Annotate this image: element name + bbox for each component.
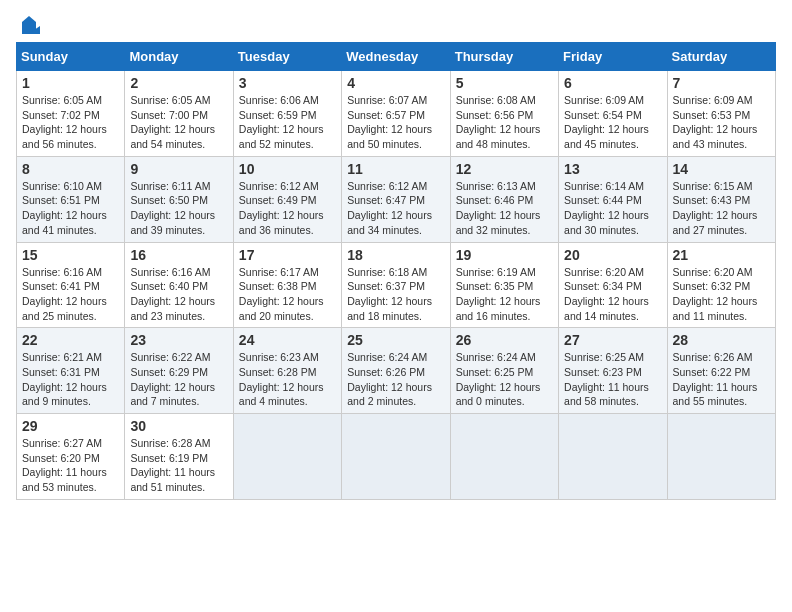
- calendar-cell: 15 Sunrise: 6:16 AMSunset: 6:41 PMDaylig…: [17, 242, 125, 328]
- day-number: 17: [239, 247, 336, 263]
- calendar-cell: 23 Sunrise: 6:22 AMSunset: 6:29 PMDaylig…: [125, 328, 233, 414]
- day-detail: Sunrise: 6:18 AMSunset: 6:37 PMDaylight:…: [347, 266, 432, 322]
- day-detail: Sunrise: 6:23 AMSunset: 6:28 PMDaylight:…: [239, 351, 324, 407]
- day-number: 18: [347, 247, 444, 263]
- calendar-header-monday: Monday: [125, 43, 233, 71]
- day-number: 24: [239, 332, 336, 348]
- day-number: 26: [456, 332, 553, 348]
- day-detail: Sunrise: 6:19 AMSunset: 6:35 PMDaylight:…: [456, 266, 541, 322]
- day-detail: Sunrise: 6:17 AMSunset: 6:38 PMDaylight:…: [239, 266, 324, 322]
- day-detail: Sunrise: 6:20 AMSunset: 6:34 PMDaylight:…: [564, 266, 649, 322]
- calendar-cell: 13 Sunrise: 6:14 AMSunset: 6:44 PMDaylig…: [559, 156, 667, 242]
- day-number: 27: [564, 332, 661, 348]
- day-number: 29: [22, 418, 119, 434]
- calendar-cell: 10 Sunrise: 6:12 AMSunset: 6:49 PMDaylig…: [233, 156, 341, 242]
- calendar-cell: 26 Sunrise: 6:24 AMSunset: 6:25 PMDaylig…: [450, 328, 558, 414]
- calendar-cell: 29 Sunrise: 6:27 AMSunset: 6:20 PMDaylig…: [17, 414, 125, 500]
- calendar-week-3: 15 Sunrise: 6:16 AMSunset: 6:41 PMDaylig…: [17, 242, 776, 328]
- day-number: 28: [673, 332, 770, 348]
- day-detail: Sunrise: 6:13 AMSunset: 6:46 PMDaylight:…: [456, 180, 541, 236]
- day-detail: Sunrise: 6:26 AMSunset: 6:22 PMDaylight:…: [673, 351, 758, 407]
- calendar-table: SundayMondayTuesdayWednesdayThursdayFrid…: [16, 42, 776, 500]
- calendar-cell: 25 Sunrise: 6:24 AMSunset: 6:26 PMDaylig…: [342, 328, 450, 414]
- calendar-cell: [450, 414, 558, 500]
- calendar-cell: 5 Sunrise: 6:08 AMSunset: 6:56 PMDayligh…: [450, 71, 558, 157]
- calendar-header-saturday: Saturday: [667, 43, 775, 71]
- calendar-cell: 30 Sunrise: 6:28 AMSunset: 6:19 PMDaylig…: [125, 414, 233, 500]
- day-detail: Sunrise: 6:14 AMSunset: 6:44 PMDaylight:…: [564, 180, 649, 236]
- day-number: 22: [22, 332, 119, 348]
- calendar-cell: 22 Sunrise: 6:21 AMSunset: 6:31 PMDaylig…: [17, 328, 125, 414]
- calendar-cell: [233, 414, 341, 500]
- calendar-cell: 18 Sunrise: 6:18 AMSunset: 6:37 PMDaylig…: [342, 242, 450, 328]
- calendar-header-thursday: Thursday: [450, 43, 558, 71]
- calendar-cell: 12 Sunrise: 6:13 AMSunset: 6:46 PMDaylig…: [450, 156, 558, 242]
- day-number: 11: [347, 161, 444, 177]
- day-number: 9: [130, 161, 227, 177]
- day-detail: Sunrise: 6:20 AMSunset: 6:32 PMDaylight:…: [673, 266, 758, 322]
- calendar-week-4: 22 Sunrise: 6:21 AMSunset: 6:31 PMDaylig…: [17, 328, 776, 414]
- day-number: 25: [347, 332, 444, 348]
- calendar-cell: 6 Sunrise: 6:09 AMSunset: 6:54 PMDayligh…: [559, 71, 667, 157]
- day-detail: Sunrise: 6:06 AMSunset: 6:59 PMDaylight:…: [239, 94, 324, 150]
- day-detail: Sunrise: 6:21 AMSunset: 6:31 PMDaylight:…: [22, 351, 107, 407]
- calendar-week-5: 29 Sunrise: 6:27 AMSunset: 6:20 PMDaylig…: [17, 414, 776, 500]
- calendar-header-row: SundayMondayTuesdayWednesdayThursdayFrid…: [17, 43, 776, 71]
- day-detail: Sunrise: 6:11 AMSunset: 6:50 PMDaylight:…: [130, 180, 215, 236]
- day-detail: Sunrise: 6:12 AMSunset: 6:49 PMDaylight:…: [239, 180, 324, 236]
- calendar-cell: 4 Sunrise: 6:07 AMSunset: 6:57 PMDayligh…: [342, 71, 450, 157]
- day-detail: Sunrise: 6:05 AMSunset: 7:00 PMDaylight:…: [130, 94, 215, 150]
- calendar-header-sunday: Sunday: [17, 43, 125, 71]
- day-detail: Sunrise: 6:08 AMSunset: 6:56 PMDaylight:…: [456, 94, 541, 150]
- day-detail: Sunrise: 6:28 AMSunset: 6:19 PMDaylight:…: [130, 437, 215, 493]
- calendar-cell: 20 Sunrise: 6:20 AMSunset: 6:34 PMDaylig…: [559, 242, 667, 328]
- day-number: 8: [22, 161, 119, 177]
- day-number: 13: [564, 161, 661, 177]
- day-number: 6: [564, 75, 661, 91]
- day-detail: Sunrise: 6:15 AMSunset: 6:43 PMDaylight:…: [673, 180, 758, 236]
- calendar-cell: 8 Sunrise: 6:10 AMSunset: 6:51 PMDayligh…: [17, 156, 125, 242]
- day-number: 30: [130, 418, 227, 434]
- day-number: 5: [456, 75, 553, 91]
- day-detail: Sunrise: 6:12 AMSunset: 6:47 PMDaylight:…: [347, 180, 432, 236]
- calendar-cell: 19 Sunrise: 6:19 AMSunset: 6:35 PMDaylig…: [450, 242, 558, 328]
- calendar-cell: 7 Sunrise: 6:09 AMSunset: 6:53 PMDayligh…: [667, 71, 775, 157]
- day-number: 20: [564, 247, 661, 263]
- calendar-cell: 14 Sunrise: 6:15 AMSunset: 6:43 PMDaylig…: [667, 156, 775, 242]
- calendar-cell: 28 Sunrise: 6:26 AMSunset: 6:22 PMDaylig…: [667, 328, 775, 414]
- calendar-cell: 17 Sunrise: 6:17 AMSunset: 6:38 PMDaylig…: [233, 242, 341, 328]
- calendar-cell: 16 Sunrise: 6:16 AMSunset: 6:40 PMDaylig…: [125, 242, 233, 328]
- day-detail: Sunrise: 6:24 AMSunset: 6:26 PMDaylight:…: [347, 351, 432, 407]
- day-detail: Sunrise: 6:09 AMSunset: 6:54 PMDaylight:…: [564, 94, 649, 150]
- page-header: [16, 16, 776, 34]
- calendar-week-1: 1 Sunrise: 6:05 AMSunset: 7:02 PMDayligh…: [17, 71, 776, 157]
- day-detail: Sunrise: 6:09 AMSunset: 6:53 PMDaylight:…: [673, 94, 758, 150]
- day-detail: Sunrise: 6:24 AMSunset: 6:25 PMDaylight:…: [456, 351, 541, 407]
- day-detail: Sunrise: 6:22 AMSunset: 6:29 PMDaylight:…: [130, 351, 215, 407]
- day-detail: Sunrise: 6:10 AMSunset: 6:51 PMDaylight:…: [22, 180, 107, 236]
- day-number: 1: [22, 75, 119, 91]
- calendar-cell: 27 Sunrise: 6:25 AMSunset: 6:23 PMDaylig…: [559, 328, 667, 414]
- calendar-header-tuesday: Tuesday: [233, 43, 341, 71]
- day-number: 19: [456, 247, 553, 263]
- day-detail: Sunrise: 6:16 AMSunset: 6:40 PMDaylight:…: [130, 266, 215, 322]
- day-detail: Sunrise: 6:05 AMSunset: 7:02 PMDaylight:…: [22, 94, 107, 150]
- day-number: 15: [22, 247, 119, 263]
- day-number: 14: [673, 161, 770, 177]
- calendar-week-2: 8 Sunrise: 6:10 AMSunset: 6:51 PMDayligh…: [17, 156, 776, 242]
- calendar-header-friday: Friday: [559, 43, 667, 71]
- logo: [16, 16, 40, 34]
- calendar-cell: 3 Sunrise: 6:06 AMSunset: 6:59 PMDayligh…: [233, 71, 341, 157]
- calendar-cell: 21 Sunrise: 6:20 AMSunset: 6:32 PMDaylig…: [667, 242, 775, 328]
- day-number: 16: [130, 247, 227, 263]
- calendar-cell: [559, 414, 667, 500]
- day-detail: Sunrise: 6:25 AMSunset: 6:23 PMDaylight:…: [564, 351, 649, 407]
- day-number: 3: [239, 75, 336, 91]
- calendar-cell: 9 Sunrise: 6:11 AMSunset: 6:50 PMDayligh…: [125, 156, 233, 242]
- day-number: 23: [130, 332, 227, 348]
- calendar-cell: 2 Sunrise: 6:05 AMSunset: 7:00 PMDayligh…: [125, 71, 233, 157]
- calendar-cell: 24 Sunrise: 6:23 AMSunset: 6:28 PMDaylig…: [233, 328, 341, 414]
- day-number: 7: [673, 75, 770, 91]
- calendar-header-wednesday: Wednesday: [342, 43, 450, 71]
- logo-icon: [18, 16, 40, 38]
